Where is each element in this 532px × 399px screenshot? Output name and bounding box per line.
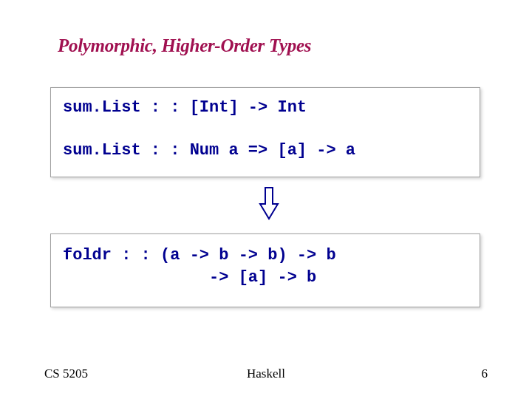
code-box-bottom: foldr : : (a -> b -> b) -> b -> [a] -> b — [50, 233, 480, 307]
footer-left: CS 5205 — [44, 366, 88, 381]
code-line: sum.List : : [Int] -> Int — [63, 97, 468, 119]
slide-title: Polymorphic, Higher-Order Types — [58, 35, 311, 56]
code-line: sum.List : : Num a => [a] -> a — [63, 140, 468, 162]
spacer — [63, 119, 468, 140]
code-line: foldr : : (a -> b -> b) -> b — [63, 245, 468, 267]
code-line: -> [a] -> b — [63, 267, 468, 289]
footer-right: 6 — [482, 366, 488, 381]
down-arrow-icon — [259, 186, 279, 220]
slide: Polymorphic, Higher-Order Types sum.List… — [0, 0, 532, 399]
code-box-top: sum.List : : [Int] -> Int sum.List : : N… — [50, 87, 480, 177]
footer: CS 5205 Haskell 6 — [0, 366, 532, 381]
